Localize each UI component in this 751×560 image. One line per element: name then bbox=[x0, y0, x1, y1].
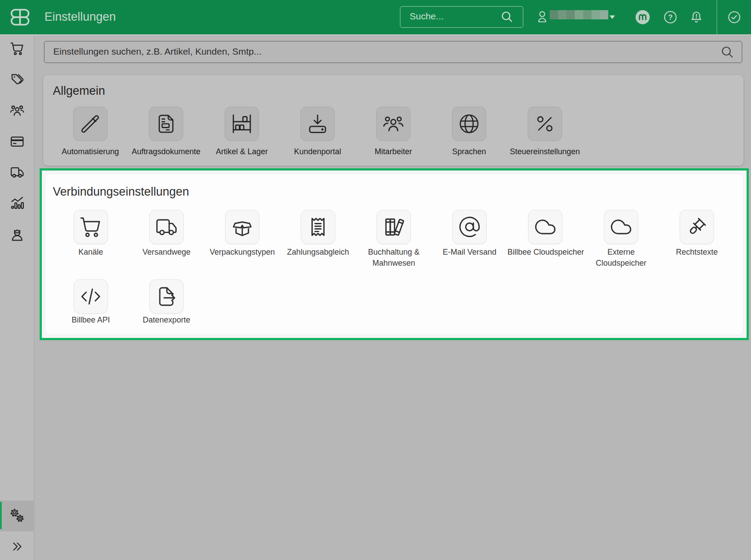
svg-text:?: ? bbox=[668, 13, 673, 22]
